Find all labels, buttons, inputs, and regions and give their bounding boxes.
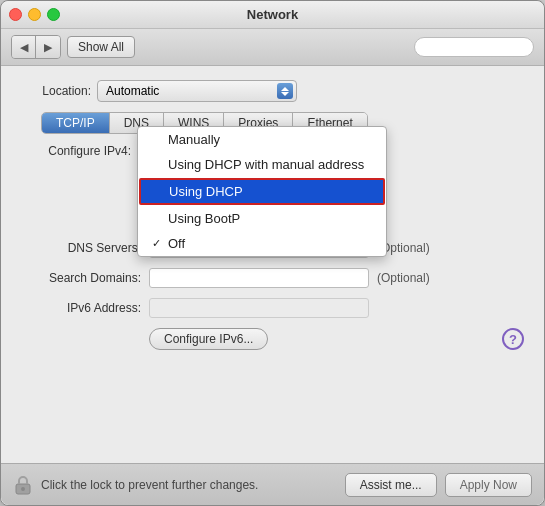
configure-dropdown: Manually Using DHCP with manual address …: [137, 126, 387, 257]
minimize-button[interactable]: [28, 8, 41, 21]
assist-me-button[interactable]: Assist me...: [345, 473, 437, 497]
dropdown-label-bootp: Using BootP: [168, 211, 240, 226]
location-row: Location: Automatic: [21, 80, 524, 102]
nav-buttons: ◀ ▶: [11, 35, 61, 59]
tab-tcp-ip[interactable]: TCP/IP: [42, 113, 110, 133]
show-all-button[interactable]: Show All: [67, 36, 135, 58]
search-input[interactable]: [414, 37, 534, 57]
search-domains-label: Search Domains:: [21, 271, 141, 285]
check-manually: [152, 134, 164, 146]
dropdown-label-using-dhcp: Using DHCP: [169, 184, 243, 199]
search-domains-optional: (Optional): [377, 271, 430, 285]
configure-ipv4-label: Configure IPv4:: [21, 144, 131, 158]
check-bootp: [152, 213, 164, 225]
dropdown-item-manually[interactable]: Manually: [138, 127, 386, 152]
lock-icon[interactable]: [13, 474, 33, 496]
search-domains-input[interactable]: [149, 268, 369, 288]
dropdown-item-dhcp-manual[interactable]: Using DHCP with manual address: [138, 152, 386, 177]
apply-now-button[interactable]: Apply Now: [445, 473, 532, 497]
window-title: Network: [247, 7, 298, 22]
title-bar: Network: [1, 1, 544, 29]
configure-ipv6-row: Configure IPv6... ?: [149, 328, 524, 350]
lock-text: Click the lock to prevent further change…: [41, 478, 337, 492]
dropdown-label-off: Off: [168, 236, 185, 251]
svg-point-1: [21, 487, 25, 491]
location-select-wrapper: Automatic: [97, 80, 297, 102]
location-label: Location:: [21, 84, 91, 98]
ipv6-address-label: IPv6 Address:: [21, 301, 141, 315]
toolbar: ◀ ▶ Show All: [1, 29, 544, 66]
dropdown-item-bootp[interactable]: Using BootP: [138, 206, 386, 231]
configure-ipv6-button[interactable]: Configure IPv6...: [149, 328, 268, 350]
content-area: Location: Automatic TCP/IP DNS WINS Prox…: [1, 66, 544, 463]
dropdown-label-dhcp-manual: Using DHCP with manual address: [168, 157, 364, 172]
location-select[interactable]: Automatic: [97, 80, 297, 102]
back-button[interactable]: ◀: [12, 36, 36, 58]
dropdown-label-manually: Manually: [168, 132, 220, 147]
network-window: Network ◀ ▶ Show All Location: Automatic: [0, 0, 545, 506]
close-button[interactable]: [9, 8, 22, 21]
dropdown-item-off[interactable]: ✓ Off: [138, 231, 386, 256]
check-off: ✓: [152, 237, 164, 250]
ipv6-address-input[interactable]: [149, 298, 369, 318]
dns-servers-label: DNS Servers:: [21, 241, 141, 255]
help-button[interactable]: ?: [502, 328, 524, 350]
forward-button[interactable]: ▶: [36, 36, 60, 58]
check-using-dhcp: [153, 186, 165, 198]
check-dhcp-manual: [152, 159, 164, 171]
maximize-button[interactable]: [47, 8, 60, 21]
dropdown-item-using-dhcp[interactable]: Using DHCP: [139, 178, 385, 205]
lock-svg: [13, 474, 33, 496]
bottom-bar: Click the lock to prevent further change…: [1, 463, 544, 505]
window-controls: [9, 8, 60, 21]
ipv6-address-row: IPv6 Address:: [21, 298, 524, 318]
search-domains-row: Search Domains: (Optional): [21, 268, 524, 288]
